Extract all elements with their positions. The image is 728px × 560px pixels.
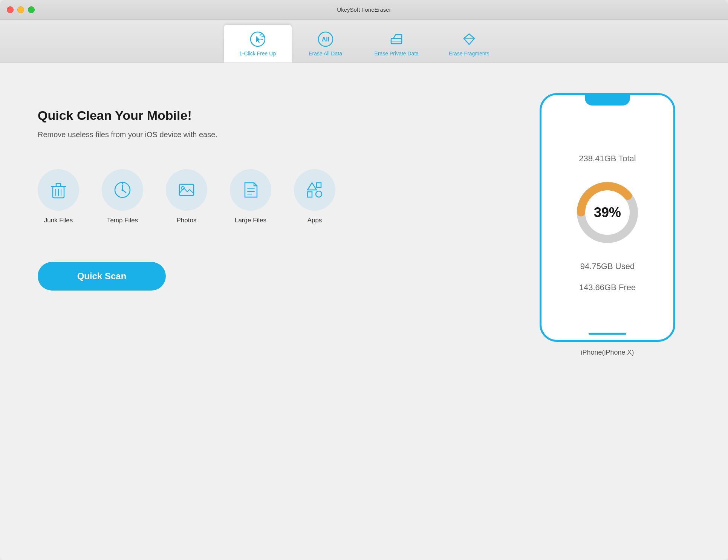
erase-private-icon bbox=[388, 31, 405, 47]
feature-large-files[interactable]: Large Files bbox=[230, 169, 271, 224]
phone-home-indicator bbox=[589, 333, 626, 335]
apps-icon bbox=[304, 180, 325, 200]
app-window: UkeySoft FoneEraser 1-Click Free Up bbox=[0, 0, 728, 560]
one-click-icon bbox=[249, 31, 266, 47]
erase-fragments-icon bbox=[461, 31, 477, 47]
storage-total: 238.41GB Total bbox=[579, 154, 636, 164]
right-panel: 238.41GB Total 39% 94.75GB bbox=[525, 86, 690, 537]
feature-photos[interactable]: Photos bbox=[166, 169, 207, 224]
tab-erase-all-label: Erase All Data bbox=[309, 50, 342, 57]
feature-apps[interactable]: Apps bbox=[294, 169, 335, 224]
phone-mockup: 238.41GB Total 39% 94.75GB bbox=[540, 93, 675, 342]
svg-line-2 bbox=[262, 37, 263, 37]
main-content: Quick Clean Your Mobile! Remove useless … bbox=[0, 63, 728, 560]
large-files-icon bbox=[240, 180, 261, 200]
temp-files-icon-circle bbox=[102, 169, 143, 211]
svg-text:All: All bbox=[321, 36, 329, 43]
donut-label: 39% bbox=[594, 205, 621, 220]
temp-files-label: Temp Files bbox=[107, 217, 138, 224]
tab-erase-all-data[interactable]: All Erase All Data bbox=[292, 25, 359, 63]
svg-point-24 bbox=[316, 191, 322, 197]
temp-files-icon bbox=[112, 180, 133, 200]
svg-line-3 bbox=[261, 39, 263, 40]
photos-icon-circle bbox=[166, 169, 207, 211]
svg-line-1 bbox=[260, 34, 262, 35]
junk-files-icon-circle bbox=[38, 169, 79, 211]
phone-content: 238.41GB Total 39% 94.75GB bbox=[570, 118, 645, 329]
tab-erase-fragments-label: Erase Fragments bbox=[449, 50, 489, 57]
quick-scan-button[interactable]: Quick Scan bbox=[38, 262, 166, 291]
device-name: iPhone(iPhone X) bbox=[581, 349, 634, 357]
left-panel: Quick Clean Your Mobile! Remove useless … bbox=[38, 86, 502, 537]
feature-icons: Junk Files Temp Fi bbox=[38, 169, 502, 224]
close-button[interactable] bbox=[7, 6, 14, 13]
storage-free: 143.66GB Free bbox=[579, 283, 636, 292]
minimize-button[interactable] bbox=[17, 6, 24, 13]
junk-files-icon bbox=[48, 180, 69, 200]
apps-icon-circle bbox=[294, 169, 335, 211]
photos-label: Photos bbox=[177, 217, 197, 224]
large-files-label: Large Files bbox=[235, 217, 266, 224]
storage-used: 94.75GB Used bbox=[580, 262, 635, 271]
window-title: UkeySoft FoneEraser bbox=[337, 6, 391, 13]
svg-rect-19 bbox=[179, 184, 194, 196]
tab-erase-fragments[interactable]: Erase Fragments bbox=[434, 25, 504, 63]
tab-one-click-label: 1-Click Free Up bbox=[239, 50, 276, 57]
titlebar: UkeySoft FoneEraser bbox=[0, 0, 728, 20]
maximize-button[interactable] bbox=[28, 6, 35, 13]
donut-chart: 39% bbox=[570, 175, 645, 250]
subtext: Remove useless files from your iOS devic… bbox=[38, 130, 502, 139]
erase-all-icon: All bbox=[317, 31, 334, 47]
svg-point-17 bbox=[122, 189, 124, 191]
apps-label: Apps bbox=[307, 217, 322, 224]
feature-junk-files[interactable]: Junk Files bbox=[38, 169, 79, 224]
large-files-icon-circle bbox=[230, 169, 271, 211]
feature-temp-files[interactable]: Temp Files bbox=[102, 169, 143, 224]
junk-files-label: Junk Files bbox=[44, 217, 73, 224]
tab-erase-private-data[interactable]: Erase Private Data bbox=[359, 25, 434, 63]
tabbar: 1-Click Free Up All Erase All Data bbox=[0, 20, 728, 63]
photos-icon bbox=[176, 180, 197, 200]
tab-erase-private-label: Erase Private Data bbox=[375, 50, 419, 57]
phone-notch bbox=[585, 95, 630, 106]
tab-one-click-free-up[interactable]: 1-Click Free Up bbox=[224, 25, 292, 63]
headline: Quick Clean Your Mobile! bbox=[38, 108, 502, 123]
window-controls bbox=[7, 6, 35, 13]
